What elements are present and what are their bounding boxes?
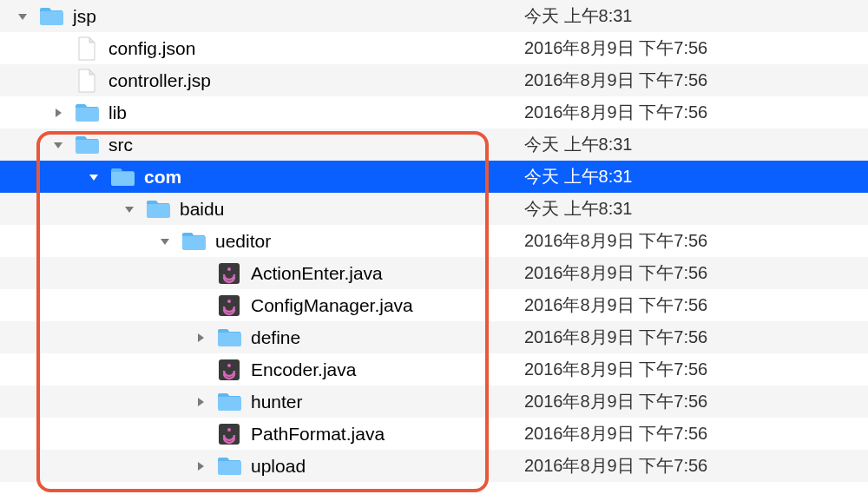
item-name: upload (251, 456, 306, 477)
tree-row[interactable]: hunter2016年8月9日 下午7:56 (0, 386, 868, 418)
tree-row[interactable]: src今天 上午8:31 (0, 129, 868, 161)
tree-row[interactable]: ActionEnter.java2016年8月9日 下午7:56 (0, 257, 868, 289)
date-modified: 2016年8月9日 下午7:56 (505, 454, 868, 478)
date-modified: 2016年8月9日 下午7:56 (505, 422, 868, 445)
date-modified: 2016年8月9日 下午7:56 (505, 69, 868, 92)
date-modified: 今天 上午8:31 (505, 4, 868, 28)
java-file-icon (216, 421, 242, 447)
name-column: config.json (0, 36, 505, 62)
date-modified: 2016年8月9日 下午7:56 (505, 36, 868, 60)
svg-marker-5 (161, 239, 169, 245)
folder-icon (216, 389, 242, 415)
svg-marker-13 (198, 398, 204, 406)
folder-icon (74, 132, 100, 158)
date-modified: 2016年8月9日 下午7:56 (505, 101, 868, 124)
svg-rect-6 (219, 263, 240, 284)
date-modified: 2016年8月9日 下午7:56 (505, 261, 868, 285)
tree-row[interactable]: upload2016年8月9日 下午7:56 (0, 450, 868, 482)
chevron-right-icon[interactable] (192, 461, 209, 471)
chevron-right-icon[interactable] (192, 333, 209, 343)
item-name: ActionEnter.java (251, 263, 383, 284)
svg-rect-14 (219, 424, 240, 445)
chevron-down-icon[interactable] (121, 204, 138, 214)
folder-icon (74, 100, 100, 126)
chevron-down-icon[interactable] (156, 236, 174, 247)
item-name: config.json (108, 38, 195, 59)
tree-row[interactable]: lib2016年8月9日 下午7:56 (0, 96, 868, 129)
name-column: src (0, 132, 505, 158)
tree-row[interactable]: com今天 上午8:31 (0, 161, 868, 193)
java-file-icon (216, 293, 242, 319)
tree-row[interactable]: baidu今天 上午8:31 (0, 193, 868, 225)
name-column: jsp (0, 3, 505, 30)
name-column: define (0, 325, 505, 351)
tree-row[interactable]: ConfigManager.java2016年8月9日 下午7:56 (0, 289, 868, 321)
item-name: lib (108, 102, 127, 123)
svg-rect-11 (219, 359, 240, 380)
item-name: src (108, 135, 133, 155)
tree-row[interactable]: Encoder.java2016年8月9日 下午7:56 (0, 353, 868, 386)
date-modified: 2016年8月9日 下午7:56 (505, 390, 868, 413)
svg-marker-3 (89, 175, 98, 181)
svg-marker-0 (18, 14, 27, 20)
folder-icon (181, 228, 207, 254)
name-column: lib (0, 100, 505, 126)
date-modified: 今天 上午8:31 (505, 133, 868, 156)
java-file-icon (216, 260, 242, 287)
date-modified: 今天 上午8:31 (505, 197, 868, 221)
file-icon (74, 68, 100, 94)
svg-marker-10 (198, 333, 204, 342)
name-column: PathFormat.java (0, 421, 505, 447)
item-name: com (144, 167, 181, 188)
chevron-right-icon[interactable] (192, 397, 209, 407)
name-column: upload (0, 453, 505, 479)
name-column: ueditor (0, 228, 505, 254)
tree-row[interactable]: ueditor2016年8月9日 下午7:56 (0, 225, 868, 257)
svg-marker-4 (125, 207, 134, 213)
name-column: ConfigManager.java (0, 293, 505, 319)
folder-icon (216, 325, 242, 351)
date-modified: 今天 上午8:31 (505, 165, 868, 188)
svg-point-7 (227, 267, 231, 271)
svg-point-15 (227, 428, 231, 432)
file-tree: jsp今天 上午8:31 config.json2016年8月9日 下午7:56… (0, 0, 868, 482)
tree-row[interactable]: controller.jsp2016年8月9日 下午7:56 (0, 64, 868, 96)
folder-icon (38, 3, 64, 30)
item-name: ueditor (215, 231, 271, 252)
date-modified: 2016年8月9日 下午7:56 (505, 293, 868, 317)
item-name: hunter (251, 392, 303, 412)
svg-marker-2 (54, 142, 62, 148)
chevron-down-icon[interactable] (49, 140, 67, 150)
name-column: Encoder.java (0, 357, 505, 383)
tree-row[interactable]: config.json2016年8月9日 下午7:56 (0, 32, 868, 64)
chevron-down-icon[interactable] (14, 11, 31, 22)
name-column: hunter (0, 389, 505, 415)
file-icon (74, 36, 100, 62)
item-name: jsp (73, 6, 96, 27)
name-column: ActionEnter.java (0, 260, 505, 287)
name-column: controller.jsp (0, 68, 505, 94)
svg-point-9 (227, 300, 231, 303)
date-modified: 2016年8月9日 下午7:56 (505, 326, 868, 349)
chevron-down-icon[interactable] (85, 172, 102, 182)
tree-row[interactable]: jsp今天 上午8:31 (0, 0, 868, 32)
folder-icon (216, 453, 242, 479)
name-column: com (0, 164, 505, 190)
item-name: define (251, 327, 300, 348)
svg-point-12 (227, 364, 231, 367)
date-modified: 2016年8月9日 下午7:56 (505, 358, 868, 381)
svg-marker-16 (198, 462, 204, 471)
date-modified: 2016年8月9日 下午7:56 (505, 229, 868, 253)
item-name: ConfigManager.java (251, 295, 413, 316)
tree-row[interactable]: define2016年8月9日 下午7:56 (0, 321, 868, 353)
tree-row[interactable]: PathFormat.java2016年8月9日 下午7:56 (0, 418, 868, 450)
item-name: Encoder.java (251, 359, 356, 380)
item-name: baidu (180, 199, 224, 220)
chevron-right-icon[interactable] (49, 108, 67, 118)
java-file-icon (216, 357, 242, 383)
item-name: controller.jsp (108, 70, 211, 91)
folder-icon (109, 164, 135, 190)
item-name: PathFormat.java (251, 424, 385, 445)
name-column: baidu (0, 196, 505, 222)
svg-rect-8 (219, 295, 240, 316)
